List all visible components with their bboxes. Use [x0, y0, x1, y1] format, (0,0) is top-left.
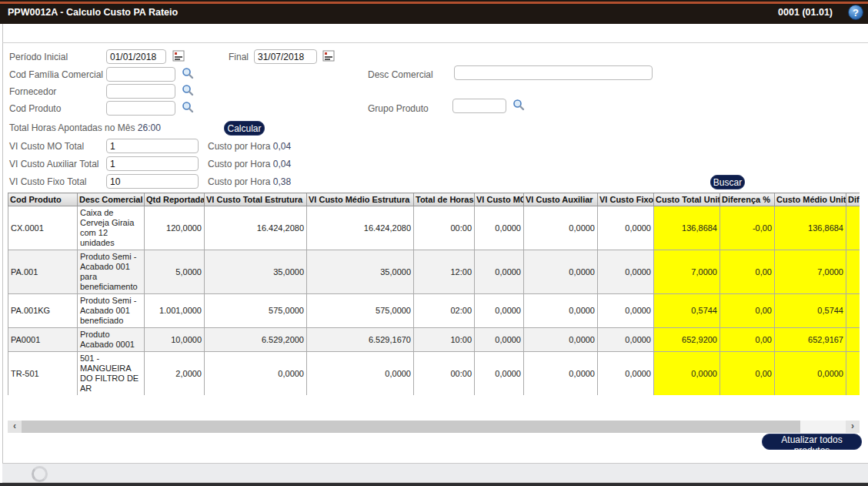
custo-hora-value: 0,04: [273, 159, 291, 169]
table-cell: 0,0000: [475, 206, 524, 250]
table-cell: 0,5744: [775, 294, 846, 328]
table-cell: 575,0000: [307, 294, 414, 328]
periodo-inicial-input[interactable]: [106, 49, 166, 64]
table-cell: [846, 206, 860, 250]
calendar-icon[interactable]: [172, 49, 185, 62]
help-icon[interactable]: ?: [848, 5, 863, 20]
table-cell: Caixa de Cerveja Giraia com 12 unidades: [78, 206, 145, 250]
custo-mo-label: VI Custo MO Total: [9, 141, 84, 152]
table-cell: 0,0000: [598, 294, 654, 328]
search-icon[interactable]: [512, 99, 525, 111]
table-cell: 0,00: [720, 294, 775, 328]
column-header[interactable]: VI Custo Total Estrutura: [205, 193, 307, 206]
column-header[interactable]: VI Custo Auxiliar: [524, 193, 598, 206]
table-cell: Produto Acabado 0001: [78, 328, 145, 352]
custo-fixo-input[interactable]: [106, 174, 199, 189]
table-cell: 501 - MANGUEIRA DO FILTRO DE AR: [78, 352, 145, 396]
scrollbar-track[interactable]: [22, 421, 846, 433]
column-header[interactable]: Custo Médio Unit.: [775, 193, 846, 206]
custo-hora-value: 0,38: [273, 176, 291, 187]
fornecedor-input[interactable]: [106, 84, 175, 99]
column-header[interactable]: Total de Horas: [414, 193, 475, 206]
column-header[interactable]: VI Custo Médio Estrutura: [307, 193, 414, 206]
calendar-icon[interactable]: [322, 49, 335, 62]
table-cell: 02:00: [414, 294, 475, 328]
column-header[interactable]: VI Custo Fixo: [598, 193, 654, 206]
table-cell: 16.424,2080: [307, 206, 414, 250]
table-cell: 2,0000: [145, 352, 205, 396]
grupo-produto-input[interactable]: [452, 99, 506, 113]
table-cell: 652,9167: [775, 328, 846, 352]
table-cell: 0,0000: [598, 328, 654, 352]
table-cell: PA.001: [8, 250, 78, 294]
column-header[interactable]: Custo Total Unit: [654, 193, 720, 206]
grid-body: CX.0001Caixa de Cerveja Giraia com 12 un…: [8, 206, 860, 396]
table-cell: 0,0000: [475, 250, 524, 294]
table-cell: 0,00: [720, 250, 775, 294]
table-row[interactable]: PA0001Produto Acabado 000110,00006.529,2…: [8, 328, 860, 352]
cod-produto-label: Cod Produto: [9, 103, 61, 114]
grupo-produto-label: Grupo Produto: [368, 103, 429, 114]
column-header[interactable]: VI Custo MO: [475, 193, 524, 206]
buscar-button[interactable]: Buscar: [710, 175, 745, 189]
cod-familia-label: Cod Família Comercial: [9, 69, 103, 80]
cod-produto-input[interactable]: [106, 101, 175, 116]
final-input[interactable]: [254, 49, 317, 64]
table-cell: 6.529,1670: [307, 328, 414, 352]
search-icon[interactable]: [182, 84, 194, 96]
table-cell: PA.001KG: [8, 294, 78, 328]
search-icon[interactable]: [182, 67, 194, 79]
table-row[interactable]: PA.001Produto Semi - Acabado 001 para be…: [8, 250, 860, 294]
table-cell: 0,0000: [475, 328, 524, 352]
table-cell: -0,00: [720, 206, 775, 250]
column-header[interactable]: Diferença %: [720, 193, 775, 206]
column-header[interactable]: Cod Produto: [8, 193, 78, 206]
table-cell: 35,0000: [307, 250, 414, 294]
table-cell: 0,0000: [475, 352, 524, 396]
table-cell: 136,8684: [775, 206, 846, 250]
table-row[interactable]: PA.001KGProduto Semi - Acabado 001 benef…: [8, 294, 860, 328]
custo-hora-label: Custo por Hora: [208, 141, 270, 152]
desc-comercial-input[interactable]: [454, 65, 653, 80]
scroll-left-icon[interactable]: ‹: [8, 421, 22, 433]
scrollbar-thumb[interactable]: [22, 421, 800, 433]
custo-mo-input[interactable]: [106, 139, 199, 153]
table-cell: 652,9200: [654, 328, 720, 352]
fornecedor-label: Fornecedor: [9, 86, 56, 97]
table-cell: 0,0000: [524, 206, 598, 250]
cod-familia-input[interactable]: [106, 67, 175, 82]
table-row[interactable]: TR-501501 - MANGUEIRA DO FILTRO DE AR2,0…: [8, 352, 860, 396]
column-header[interactable]: Diferença: [846, 193, 860, 206]
custo-hora-label: Custo por Hora: [208, 159, 270, 169]
table-cell: 12:00: [414, 250, 475, 294]
table-cell: 0,00: [720, 352, 775, 396]
table-cell: 0,0000: [475, 294, 524, 328]
table-cell: CX.0001: [8, 206, 78, 250]
table-cell: 6.529,2000: [205, 328, 307, 352]
custo-aux-hora: Custo por Hora 0,04: [208, 159, 291, 169]
table-cell: [846, 352, 860, 396]
scroll-right-icon[interactable]: ›: [846, 421, 860, 433]
table-cell: [846, 250, 860, 294]
table-cell: 0,0000: [598, 250, 654, 294]
table-row[interactable]: CX.0001Caixa de Cerveja Giraia com 12 un…: [8, 206, 860, 250]
table-cell: 5,0000: [145, 250, 205, 294]
desc-comercial-label: Desc Comercial: [368, 69, 433, 80]
column-header[interactable]: Qtd Reportada: [145, 193, 205, 206]
table-cell: 0,0000: [524, 250, 598, 294]
table-cell: TR-501: [8, 352, 78, 396]
custo-aux-input[interactable]: [106, 156, 199, 171]
table-cell: 00:00: [414, 352, 475, 396]
table-cell: 0,00: [720, 328, 775, 352]
column-header[interactable]: Desc Comercial: [78, 193, 145, 206]
total-horas-value: 26:00: [138, 122, 161, 133]
atualizar-todos-produtos-button[interactable]: Atualizar todos produtos: [762, 434, 862, 450]
table-cell: 0,0000: [598, 206, 654, 250]
search-icon[interactable]: [182, 101, 194, 113]
calcular-button[interactable]: Calcular: [224, 121, 265, 136]
table-cell: 0,5744: [654, 294, 720, 328]
table-cell: 575,0000: [205, 294, 307, 328]
table-cell: 00:00: [414, 206, 475, 250]
table-cell: PA0001: [8, 328, 78, 352]
final-label: Final: [229, 52, 249, 62]
